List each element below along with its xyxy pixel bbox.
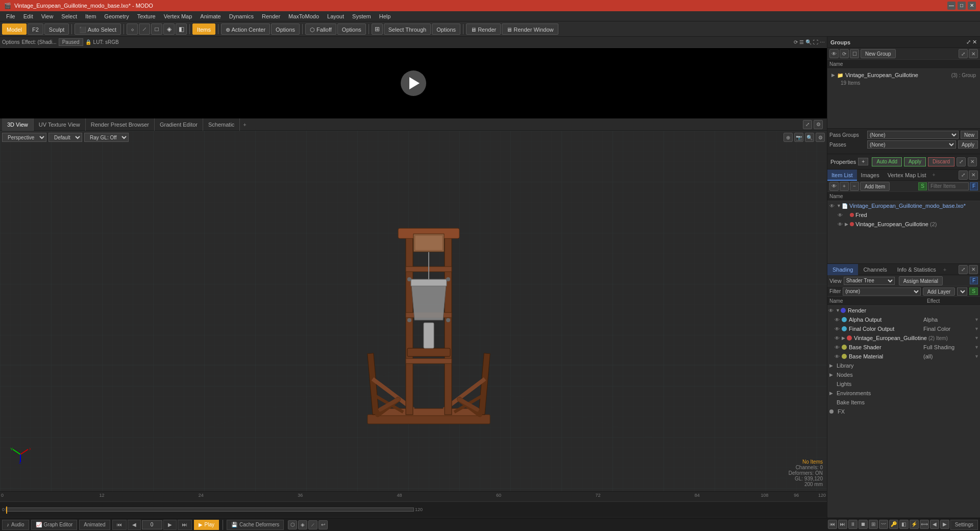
groups-panel-expand[interactable]: ⤢ bbox=[959, 49, 968, 58]
il-item-1[interactable]: 👁 Fred bbox=[827, 210, 980, 220]
il-expand-2[interactable]: ▶ bbox=[845, 222, 850, 227]
menu-texture[interactable]: Texture bbox=[133, 11, 160, 21]
sh-row-base-shader[interactable]: 👁 Base Shader Full Shading ▼ bbox=[827, 343, 980, 352]
falloff-options-btn[interactable]: Options bbox=[337, 23, 366, 35]
playback-icon2[interactable]: ⏭ bbox=[838, 520, 847, 529]
next-frame-btn[interactable]: ▶ bbox=[163, 520, 177, 530]
sh-row-alpha[interactable]: 👁 Alpha Output Alpha ▼ bbox=[827, 315, 980, 324]
tab-uv-texture[interactable]: UV Texture View bbox=[34, 118, 86, 131]
properties-close-btn[interactable]: ✕ bbox=[968, 157, 977, 166]
tab-info-stats[interactable]: Info & Statistics bbox=[892, 264, 941, 275]
item-mode-btn[interactable]: ◈ bbox=[163, 23, 175, 35]
anim-next-icon[interactable]: ▶ bbox=[940, 520, 949, 529]
sh-section-environments[interactable]: ▶ Environments bbox=[827, 389, 980, 398]
menu-maxtomodo[interactable]: MaxToModo bbox=[284, 11, 323, 21]
sh-expand-vintage[interactable]: ▶ bbox=[842, 335, 847, 341]
groups-lock-btn[interactable]: ⟳ bbox=[840, 49, 849, 58]
select-through-icon[interactable]: ⊞ bbox=[372, 23, 383, 35]
tab-3d-view[interactable]: 3D View bbox=[2, 118, 34, 131]
add-item-btn[interactable]: Add Item bbox=[860, 182, 890, 191]
sh-close-btn[interactable]: ✕ bbox=[969, 265, 978, 274]
settings-btn[interactable]: Settings bbox=[950, 520, 978, 530]
vp-settings-btn[interactable]: ⚙ bbox=[816, 133, 825, 142]
vp-snap-btn[interactable]: ⊕ bbox=[783, 133, 793, 142]
cache-deformers-btn[interactable]: 💾 Cache Deformers bbox=[227, 520, 284, 530]
prev-frame-btn[interactable]: ◀ bbox=[128, 520, 141, 530]
groups-expand-icon[interactable]: ⤢ bbox=[966, 39, 971, 45]
anim-key-icon[interactable]: 🔑 bbox=[889, 520, 898, 529]
shader-tree-select[interactable]: Shader Tree bbox=[844, 277, 895, 285]
il-eye-btn[interactable]: 👁 bbox=[829, 182, 839, 191]
anim-icon3[interactable]: ⟋ bbox=[308, 520, 317, 529]
anim-prev-icon[interactable]: ◀ bbox=[930, 520, 939, 529]
anim-mode-icon[interactable]: ◧ bbox=[899, 520, 909, 529]
default-select[interactable]: Default bbox=[48, 133, 82, 142]
close-btn[interactable]: ✕ bbox=[968, 2, 976, 10]
filter-f-btn[interactable]: F bbox=[970, 182, 978, 190]
new-group-btn[interactable]: New Group bbox=[861, 49, 896, 58]
discard-btn[interactable]: Discard bbox=[928, 157, 954, 166]
il-plus-btn[interactable]: + bbox=[840, 182, 849, 191]
tab-gradient-editor[interactable]: Gradient Editor bbox=[155, 118, 203, 131]
pass-new-btn[interactable]: New bbox=[961, 131, 978, 139]
sh-section-bake[interactable]: Bake Items bbox=[827, 398, 980, 407]
preview-icon1[interactable]: ⟳ bbox=[794, 39, 798, 45]
il-close-btn[interactable]: ✕ bbox=[969, 171, 978, 180]
tab-shading[interactable]: Shading bbox=[827, 264, 858, 275]
pass-groups-select[interactable]: (None) bbox=[867, 131, 959, 139]
anim-vel-icon[interactable]: ⚡ bbox=[910, 520, 919, 529]
sh-row-vintage[interactable]: 👁 ▶ Vintage_European_Guillotine (2) Item… bbox=[827, 333, 980, 343]
group-item-19[interactable]: 19 Items bbox=[839, 79, 978, 87]
sh-section-nodes[interactable]: ▶ Nodes bbox=[827, 370, 980, 379]
viewport-3d[interactable]: Perspective Default Ray GL: Off ⊕ 📷 🔍 ⚙ bbox=[0, 131, 827, 491]
tab-schematic[interactable]: Schematic bbox=[203, 118, 240, 131]
mode-model-btn[interactable]: Model bbox=[2, 23, 27, 35]
menu-system[interactable]: System bbox=[348, 11, 375, 21]
anim-icon4[interactable]: ↩ bbox=[318, 520, 328, 529]
prev-start-btn[interactable]: ⏮ bbox=[112, 520, 127, 530]
sh-expand-btn[interactable]: ⤢ bbox=[959, 265, 968, 274]
filter-s-btn[interactable]: S bbox=[918, 182, 927, 190]
anim-icon1[interactable]: ⬡ bbox=[288, 520, 297, 529]
preview-icon3[interactable]: 🔍 bbox=[805, 39, 812, 45]
menu-view[interactable]: View bbox=[37, 11, 58, 21]
il-expand-0[interactable]: ▼ bbox=[837, 203, 842, 208]
select-options-btn[interactable]: Options bbox=[432, 23, 460, 35]
anim-stretch-icon[interactable]: ⟺ bbox=[920, 520, 929, 529]
sh-expand-render[interactable]: ▼ bbox=[836, 308, 841, 313]
edge-mode-btn[interactable]: ⟋ bbox=[139, 23, 150, 35]
menu-item[interactable]: Item bbox=[81, 11, 100, 21]
groups-eye-btn[interactable]: 👁 bbox=[829, 49, 839, 58]
passes-select[interactable]: (None) bbox=[867, 140, 956, 149]
preview-icon4[interactable]: ⛶ bbox=[813, 39, 818, 45]
maximize-btn[interactable]: □ bbox=[958, 2, 966, 10]
il-item-2[interactable]: 👁 ▶ Vintage_European_Guillotine (2) bbox=[827, 220, 980, 229]
playback-icon1[interactable]: ⏮ bbox=[828, 520, 837, 529]
groups-content[interactable]: ▶ 📁 Vintage_European_Guillotine (3) : Gr… bbox=[827, 69, 980, 128]
sh-f-btn[interactable]: F bbox=[970, 277, 978, 284]
graph-editor-btn[interactable]: 📈 Graph Editor bbox=[31, 520, 78, 530]
falloff-btn[interactable]: ⬡ Falloff bbox=[305, 23, 336, 35]
menu-file[interactable]: File bbox=[2, 11, 19, 21]
il-expand-btn[interactable]: ⤢ bbox=[959, 171, 968, 180]
render-btn[interactable]: 🖥 Render bbox=[466, 23, 501, 35]
items-btn[interactable]: Items bbox=[192, 23, 215, 35]
menu-dynamics[interactable]: Dynamics bbox=[225, 11, 258, 21]
menu-render[interactable]: Render bbox=[258, 11, 284, 21]
tab-item-list[interactable]: Item List bbox=[827, 170, 857, 181]
menu-edit[interactable]: Edit bbox=[19, 11, 37, 21]
menu-animate[interactable]: Animate bbox=[196, 11, 225, 21]
poly-mode-btn[interactable]: □ bbox=[151, 23, 162, 35]
sh-section-fx[interactable]: FX bbox=[827, 407, 980, 416]
playhead[interactable] bbox=[6, 506, 7, 514]
menu-layout[interactable]: Layout bbox=[323, 11, 348, 21]
groups-close-icon[interactable]: ✕ bbox=[972, 39, 977, 45]
viewport-settings-btn[interactable]: ⚙ bbox=[814, 120, 823, 129]
menu-help[interactable]: Help bbox=[375, 11, 395, 21]
mode-f2-btn[interactable]: F2 bbox=[28, 23, 43, 35]
preview-icon2[interactable]: ☰ bbox=[799, 39, 804, 45]
vp-zoom-btn[interactable]: 🔍 bbox=[805, 133, 814, 142]
add-layer-select[interactable]: ▼ bbox=[957, 287, 967, 296]
anim-icon2[interactable]: ◈ bbox=[298, 520, 307, 529]
viewport-expand-btn[interactable]: ⤢ bbox=[803, 120, 812, 129]
